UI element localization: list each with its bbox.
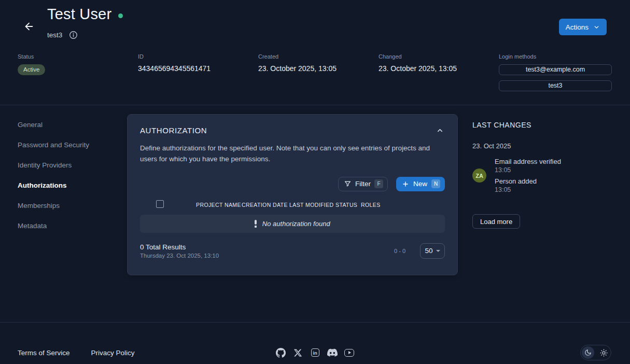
select-all-checkbox[interactable] [156,200,164,208]
new-button[interactable]: New N [396,177,445,191]
created-label: Created [258,53,379,60]
changes-date: 23. Oct 2025 [472,142,612,150]
discord-icon[interactable] [327,347,338,358]
meta-login-methods: Login methods test3@example.com test3 [499,53,612,96]
card-description: Define authorizations for the specified … [140,143,437,165]
column-header-creation-date: CREATION DATE [242,202,288,208]
actions-button[interactable]: Actions [559,19,607,35]
id-value: 343465694345561471 [138,64,258,73]
online-status-dot [118,13,123,18]
exclamation-icon [255,220,257,228]
moon-icon [584,349,592,356]
user-meta-row: Status Active ID 343465694345561471 Crea… [18,53,612,96]
arrow-left-icon [23,21,35,32]
page-header: Test User test3 Actions Status Active ID… [0,0,630,105]
status-badge: Active [18,64,45,75]
privacy-policy-link[interactable]: Privacy Policy [91,349,135,357]
pagination: 0 - 0 50 [394,243,445,259]
last-changes-title: LAST CHANGES [472,121,612,129]
sidebar-item-identity-providers[interactable]: Identity Providers [18,162,116,169]
dark-mode-button[interactable] [582,346,594,359]
settings-sidebar: General Password and Security Identity P… [18,121,116,243]
social-links: in [276,347,355,358]
changed-value: 23. October 2025, 13:05 [379,64,499,73]
avatar: ZA [472,169,486,183]
status-label: Status [18,53,138,60]
login-method-email[interactable]: test3@example.com [499,64,612,75]
meta-status: Status Active [18,53,138,96]
login-methods-label: Login methods [499,53,612,60]
youtube-icon[interactable] [344,347,355,358]
meta-created: Created 23. October 2025, 13:05 [258,53,379,96]
filter-shortcut-badge: F [374,179,383,188]
subtitle-row: test3 [47,31,78,39]
filter-button-label: Filter [355,180,371,188]
user-detail-page: Test User test3 Actions Status Active ID… [0,0,630,364]
sidebar-item-general[interactable]: General [18,121,116,129]
total-results: 0 Total Results [140,243,219,251]
title-row: Test User [47,6,123,23]
empty-state-message: No authorization found [262,220,330,228]
sidebar-item-metadata[interactable]: Metadata [18,222,116,230]
totals-block: 0 Total Results Thursday 23. Oct 2025, 1… [140,243,219,259]
events-list: Email address verified 13:05 Person adde… [495,158,561,193]
new-button-label: New [413,180,427,188]
theme-toggle [580,345,611,360]
list-item: Person added 13:05 [495,177,561,193]
event-label: Person added [495,177,561,185]
terms-of-service-link[interactable]: Terms of Service [18,349,70,357]
column-header-project-name: PROJECT NAME [196,202,241,208]
chevron-up-icon [436,127,444,134]
github-icon[interactable] [276,347,286,358]
page-footer: Terms of Service Privacy Policy in [0,322,630,364]
column-header-last-modified: LAST MODIFIED [289,202,334,208]
event-time: 13:05 [495,186,561,193]
info-icon[interactable] [69,31,78,39]
last-changes-panel: LAST CHANGES 23. Oct 2025 ZA Email addre… [472,121,612,229]
card-title: AUTHORIZATION [140,126,207,135]
username-subtitle: test3 [47,31,62,39]
light-mode-button[interactable] [597,346,610,359]
sun-icon [600,349,608,357]
funnel-icon [344,180,352,188]
id-label: ID [138,53,258,60]
table-footer: 0 Total Results Thursday 23. Oct 2025, 1… [140,243,445,259]
meta-changed: Changed 23. October 2025, 13:05 [379,53,499,96]
linkedin-icon[interactable]: in [310,347,320,358]
plus-icon [402,180,409,188]
event-label: Email address verified [495,158,561,165]
back-button[interactable] [22,19,36,34]
column-header-status: STATUS [335,202,357,208]
authorization-table-header: PROJECT NAME CREATION DATE LAST MODIFIED… [140,198,445,212]
chevron-down-icon [593,24,600,31]
load-more-button[interactable]: Load more [472,214,520,229]
changes-event-group: ZA Email address verified 13:05 Person a… [472,158,612,193]
new-shortcut-badge: N [431,179,440,188]
sidebar-item-authorizations[interactable]: Authorizations [18,182,116,189]
sidebar-item-password-security[interactable]: Password and Security [18,142,116,149]
actions-button-label: Actions [566,23,589,31]
list-item: Email address verified 13:05 [495,158,561,174]
filter-button[interactable]: Filter F [338,177,388,191]
footer-links: Terms of Service Privacy Policy [18,349,135,357]
card-header: AUTHORIZATION [140,125,445,135]
sidebar-item-memberships[interactable]: Memberships [18,202,116,209]
page-title: Test User [47,6,111,23]
event-time: 13:05 [495,166,561,174]
login-method-username[interactable]: test3 [499,80,612,91]
created-value: 23. October 2025, 13:05 [258,64,379,73]
page-size-select[interactable]: 50 [420,243,445,259]
caret-down-icon [436,250,440,252]
results-timestamp: Thursday 23. Oct 2025, 13:10 [140,253,219,259]
page-range: 0 - 0 [394,248,405,254]
column-header-roles: ROLES [361,202,381,208]
card-actions: Filter F New N [140,177,445,191]
collapse-button[interactable] [435,125,445,135]
authorization-card: AUTHORIZATION Define authorizations for … [127,114,458,275]
x-twitter-icon[interactable] [293,347,303,358]
changed-label: Changed [379,53,499,60]
empty-state-row: No authorization found [140,215,445,233]
page-size-value: 50 [425,247,432,255]
meta-id: ID 343465694345561471 [138,53,258,96]
